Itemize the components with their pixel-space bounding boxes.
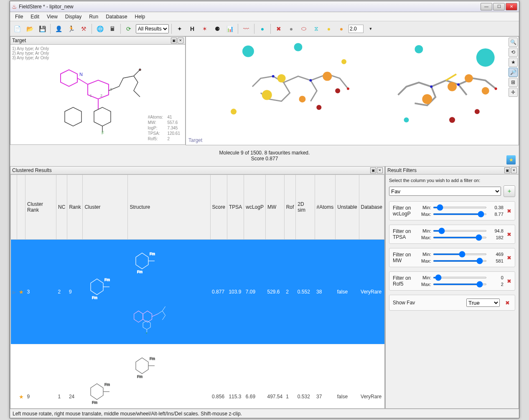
close-panel-icon[interactable]: ✕ — [178, 38, 183, 43]
expand-icon[interactable]: ▷ — [13, 290, 15, 294]
filter-name: Filter on Rof5 — [393, 275, 416, 287]
svg-point-24 — [231, 109, 237, 114]
fav-filter-select[interactable]: True — [466, 299, 500, 307]
value-input[interactable] — [348, 25, 364, 33]
target-panel-header[interactable]: Target ▣ ✕ — [10, 36, 186, 45]
column-header[interactable]: Cluster Rank — [25, 175, 56, 240]
sphere-yellow-icon[interactable]: ● — [323, 23, 334, 34]
close-panel-icon[interactable]: ✕ — [511, 167, 517, 173]
run-tool-icon[interactable]: ⚒ — [78, 23, 89, 34]
title-bar[interactable]: ♨ FieldStere * - lipitor_new — ☐ ✕ — [10, 1, 519, 12]
delete-filter-icon[interactable]: ✖ — [507, 207, 511, 215]
menu-display[interactable]: Display — [62, 13, 85, 20]
svg-text:2: 2 — [100, 94, 102, 98]
table-row[interactable]: ★9124FmFmFmFm F0.856115.36.69497.5410.53… — [11, 344, 384, 409]
run-add-icon[interactable]: 👤 — [53, 23, 64, 34]
filter-max-slider[interactable] — [433, 213, 487, 215]
filter-max-slider[interactable] — [433, 260, 487, 262]
dock-icon[interactable]: ▣ — [171, 38, 177, 43]
close-panel-icon[interactable]: ✕ — [377, 167, 383, 173]
calculator-icon[interactable]: 🖩 — [107, 23, 118, 34]
clustered-panel-header[interactable]: Clustered Results ▣ ✕ — [10, 166, 385, 175]
menu-edit[interactable]: Edit — [27, 13, 43, 20]
column-header[interactable]: Unstable — [336, 175, 359, 240]
axis-icon[interactable]: ✦ — [174, 23, 185, 34]
column-header[interactable]: wcLogP — [244, 175, 266, 240]
svg-text:Fm: Fm — [137, 270, 142, 274]
globe-icon[interactable]: 🌐 — [94, 23, 105, 34]
dumbbell-icon[interactable]: ⧖ — [311, 23, 322, 34]
sphere-orange-icon[interactable]: ● — [336, 23, 347, 34]
filter-min-slider[interactable] — [433, 207, 487, 208]
svg-text:Fm: Fm — [137, 374, 142, 379]
column-header[interactable]: MW — [265, 175, 284, 240]
column-header[interactable]: Score — [210, 175, 227, 240]
favourite-button[interactable]: ★ — [506, 155, 516, 164]
minimize-button[interactable]: — — [481, 3, 492, 10]
delete-filter-icon[interactable]: ✖ — [507, 230, 511, 238]
rotate-icon[interactable]: ⟲ — [509, 48, 518, 57]
add-filter-button[interactable]: ＋ — [504, 185, 515, 197]
column-header[interactable]: Rof — [284, 175, 296, 240]
filter-max-slider[interactable] — [433, 237, 487, 238]
magnify-tool-icon[interactable]: 🔎 — [509, 68, 518, 77]
menu-file[interactable]: File — [12, 13, 26, 20]
dock-icon[interactable]: ▣ — [504, 167, 510, 173]
dropdown-arrow-icon[interactable]: ▼ — [365, 23, 376, 34]
wave-icon[interactable]: 〰 — [241, 23, 252, 34]
column-header[interactable]: Database — [359, 175, 384, 240]
menu-database[interactable]: Database — [102, 13, 130, 20]
run-person-icon[interactable]: 🏃 — [66, 23, 76, 34]
cell: VeryRare — [359, 344, 384, 409]
center-icon[interactable]: ✛ — [509, 88, 518, 97]
favourite-icon[interactable]: ★ — [19, 394, 24, 400]
filter-column-select[interactable]: Fav — [389, 187, 501, 196]
column-header[interactable]: #Atoms — [315, 175, 336, 240]
clustered-table-scroll[interactable]: Cluster RankNCRankClusterStructureScoreT… — [10, 175, 385, 409]
spheres-icon[interactable]: ⚈ — [212, 23, 223, 34]
filter-min-slider[interactable] — [433, 253, 487, 255]
delete-filter-icon[interactable]: ✖ — [507, 253, 511, 262]
column-header[interactable]: NC — [56, 175, 67, 240]
layout-icon[interactable]: ⊞ — [509, 78, 518, 87]
column-header[interactable] — [17, 175, 25, 240]
column-header[interactable]: Rank — [67, 175, 83, 240]
results-dropdown[interactable]: All Results — [136, 24, 169, 33]
svg-text:Fm: Fm — [92, 400, 97, 405]
star-tool-icon[interactable]: ★ — [509, 58, 518, 67]
table-row[interactable]: ▷★329FmFmFmFm F0.877103.97.09529.620.552… — [11, 240, 384, 344]
maximize-button[interactable]: ☐ — [493, 3, 505, 10]
column-header[interactable]: Cluster — [83, 175, 128, 240]
delete-filter-icon[interactable]: ✖ — [503, 299, 511, 307]
zoom-fit-icon[interactable]: 🔍 — [509, 38, 518, 47]
menu-view[interactable]: View — [43, 13, 61, 20]
column-header[interactable]: Structure — [128, 175, 210, 240]
favourite-icon[interactable]: ★ — [19, 289, 24, 295]
column-header[interactable]: 2D sim — [296, 175, 315, 240]
refresh-icon[interactable]: ⟳ — [123, 23, 134, 34]
column-header[interactable] — [11, 175, 17, 240]
oval-red-icon[interactable]: ⬭ — [298, 23, 309, 34]
menu-run[interactable]: Run — [86, 13, 102, 20]
new-icon[interactable]: 📄 — [12, 23, 23, 34]
3d-viewport[interactable]: Target 🔍 ⟲ ★ 🔎 ⊞ ✛ — [186, 36, 519, 145]
spectrum-icon[interactable]: 📊 — [224, 23, 235, 34]
menu-help[interactable]: Help — [132, 13, 149, 20]
filters-panel-header[interactable]: Result Filters ▣ ✕ — [385, 166, 519, 175]
filter-min-slider[interactable] — [433, 230, 487, 232]
cross-red-icon[interactable]: ✖ — [273, 23, 284, 34]
delete-filter-icon[interactable]: ✖ — [507, 277, 511, 285]
filter-min-slider[interactable] — [433, 277, 487, 278]
open-icon[interactable]: 📂 — [24, 23, 35, 34]
sphere-cyan-icon[interactable]: ● — [257, 23, 268, 34]
save-icon[interactable]: 💾 — [37, 23, 48, 34]
dock-icon[interactable]: ▣ — [370, 167, 376, 173]
star-red-icon[interactable]: ✶ — [199, 23, 210, 34]
sphere-gray-icon[interactable]: ● — [286, 23, 297, 34]
cell: 1 — [56, 344, 67, 409]
info-line2: Score 0.877 — [251, 156, 278, 162]
close-button[interactable]: ✕ — [506, 3, 517, 10]
column-header[interactable]: TPSA — [227, 175, 244, 240]
filter-max-slider[interactable] — [433, 283, 487, 285]
hydrogen-icon[interactable]: H — [187, 23, 198, 34]
